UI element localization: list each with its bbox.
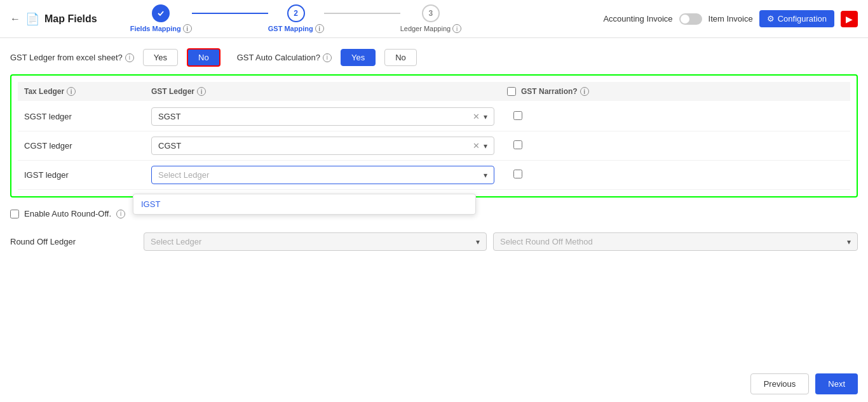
round-off-ledger-label: Round Off Ledger — [10, 237, 137, 246]
step-1[interactable]: Fields Mapping i — [130, 4, 192, 33]
sgst-chevron-icon[interactable]: ▾ — [484, 112, 487, 121]
round-off-method-inner: Select Round Off Method ▾ — [500, 237, 851, 246]
step-1-info-icon[interactable]: i — [183, 24, 192, 33]
igst-narration-checkbox[interactable] — [513, 170, 522, 178]
cgst-chevron-icon[interactable]: ▾ — [484, 142, 487, 151]
step-3[interactable]: 3 Ledger Mapping i — [400, 4, 462, 33]
connector-2-3 — [324, 13, 400, 14]
gst-narration-info-icon[interactable]: i — [580, 87, 589, 96]
item-invoice-label: Item Invoice — [709, 14, 753, 23]
next-button[interactable]: Next — [815, 373, 858, 394]
igst-chevron-icon[interactable]: ▾ — [484, 171, 487, 180]
footer: Previous Next — [740, 366, 868, 402]
step-2-info-icon[interactable]: i — [315, 24, 324, 33]
cgst-select-inner: CGST ✕ ▾ — [158, 141, 487, 151]
gst-ledger-no-button[interactable]: No — [187, 48, 220, 67]
tax-ledger-info-icon[interactable]: i — [67, 87, 76, 96]
table-row: CGST ledger CGST ✕ ▾ — [18, 131, 850, 161]
round-off-method-select[interactable]: Select Round Off Method ▾ — [493, 232, 858, 251]
step-1-label: Fields Mapping i — [130, 24, 192, 33]
sgst-ledger-select[interactable]: SGST ✕ ▾ — [151, 107, 494, 126]
accounting-invoice-label: Accounting Invoice — [603, 14, 672, 23]
round-off-ledger-chevron[interactable]: ▾ — [476, 238, 480, 246]
svg-point-0 — [156, 9, 165, 18]
back-button[interactable]: ← — [10, 13, 20, 25]
connector-1-2 — [192, 13, 268, 14]
col-gst-ledger: GST Ledger i — [151, 87, 507, 96]
configuration-button[interactable]: ⚙ Configuration — [759, 10, 834, 27]
sgst-select-inner: SGST ✕ ▾ — [158, 112, 487, 121]
stepper: Fields Mapping i 2 GST Mapping i 3 Ledge… — [130, 4, 596, 33]
step-2-label: GST Mapping i — [268, 24, 324, 33]
doc-icon: 📄 — [25, 12, 39, 26]
table-row: IGST ledger Select Ledger ▾ — [18, 161, 850, 190]
page-title: Map Fields — [44, 13, 97, 25]
table-row: SGST ledger SGST ✕ ▾ — [18, 102, 850, 131]
cgst-clear-icon[interactable]: ✕ — [473, 141, 480, 151]
col-tax-ledger: Tax Ledger i — [24, 87, 151, 96]
col-gst-narration: GST Narration? i — [507, 87, 844, 96]
round-off-ledger-select[interactable]: Select Ledger ▾ — [144, 232, 487, 251]
step-3-label: Ledger Mapping i — [400, 24, 462, 33]
igst-ledger-select[interactable]: Select Ledger ▾ — [151, 166, 494, 184]
gst-ledger-section: Tax Ledger i GST Ledger i GST Narration?… — [10, 74, 858, 198]
step-2[interactable]: 2 GST Mapping i — [268, 4, 324, 33]
main-content: GST Ledger from excel sheet? i Yes No GS… — [0, 38, 868, 264]
header: ← 📄 Map Fields Fields Mapping i 2 — [0, 0, 868, 38]
sgst-clear-area: ✕ ▾ — [473, 112, 487, 121]
step-3-info-icon[interactable]: i — [452, 24, 461, 33]
igst-select-inner: Select Ledger ▾ — [158, 170, 487, 180]
igst-dropdown-popup: IGST — [133, 194, 476, 215]
cgst-ledger-label: CGST ledger — [24, 141, 151, 151]
gst-auto-calc-info-icon[interactable]: i — [323, 53, 332, 62]
previous-button[interactable]: Previous — [750, 373, 810, 394]
round-off-method-chevron[interactable]: ▾ — [847, 238, 851, 246]
sgst-narration-checkbox[interactable] — [513, 111, 522, 120]
accounting-invoice-toggle[interactable] — [679, 13, 702, 25]
igst-ledger-label: IGST ledger — [24, 170, 151, 180]
gst-options-row: GST Ledger from excel sheet? i Yes No GS… — [10, 48, 858, 67]
gst-auto-yes-button[interactable]: Yes — [341, 49, 376, 66]
sgst-ledger-label: SGST ledger — [24, 112, 151, 121]
gst-auto-no-button[interactable]: No — [384, 49, 417, 66]
step-3-circle: 3 — [422, 4, 440, 22]
gst-ledger-info-icon[interactable]: i — [125, 53, 134, 62]
step-2-circle: 2 — [287, 4, 305, 22]
enable-round-off-label: Enable Auto Round-Off. — [24, 209, 111, 218]
gst-auto-calc-label: GST Auto Calculation? i — [237, 53, 332, 62]
header-left: ← 📄 Map Fields — [10, 12, 97, 26]
round-off-ledger-inner: Select Ledger ▾ — [151, 237, 480, 246]
round-off-info-icon[interactable]: i — [116, 210, 125, 218]
gst-narration-header-checkbox[interactable] — [507, 87, 516, 96]
gst-ledger-yes-button[interactable]: Yes — [143, 49, 178, 66]
enable-round-off-checkbox[interactable] — [10, 210, 19, 218]
gst-ledger-label: GST Ledger from excel sheet? i — [10, 53, 134, 62]
round-off-ledger-row: Round Off Ledger Select Ledger ▾ Select … — [10, 230, 858, 253]
header-right: Accounting Invoice Item Invoice ⚙ Config… — [603, 10, 858, 27]
sgst-clear-icon[interactable]: ✕ — [473, 112, 480, 121]
dropdown-igst-option[interactable]: IGST — [133, 194, 475, 214]
cgst-narration-checkbox[interactable] — [513, 140, 522, 149]
gst-ledger-col-info-icon[interactable]: i — [197, 87, 206, 96]
config-icon: ⚙ — [767, 14, 775, 23]
youtube-button[interactable]: ▶ — [841, 11, 858, 27]
table-header: Tax Ledger i GST Ledger i GST Narration?… — [18, 82, 850, 101]
step-1-circle — [152, 4, 170, 22]
cgst-ledger-select[interactable]: CGST ✕ ▾ — [151, 137, 494, 155]
cgst-clear-area: ✕ ▾ — [473, 141, 487, 151]
